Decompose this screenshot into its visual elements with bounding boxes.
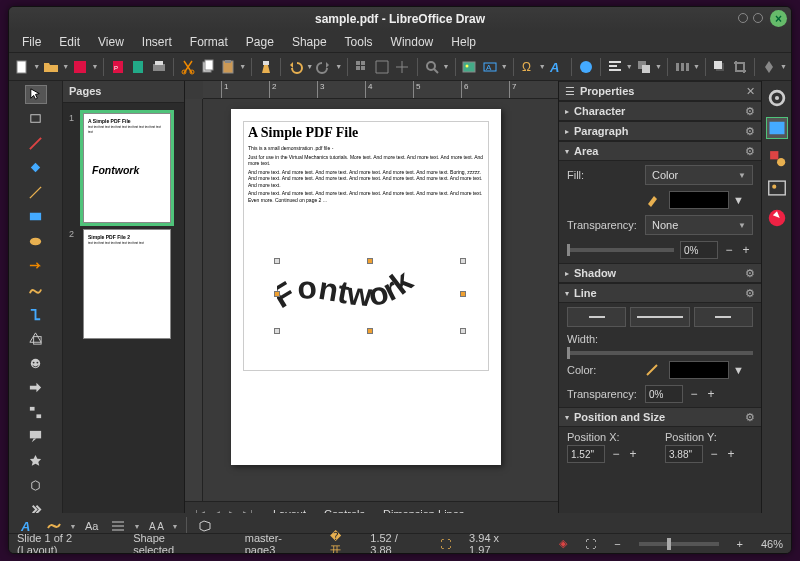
export-icon[interactable] [129, 56, 147, 78]
filter-icon[interactable] [760, 56, 778, 78]
menu-insert[interactable]: Insert [135, 33, 179, 51]
fill-color-swatch[interactable] [669, 191, 729, 209]
undo-icon[interactable] [286, 56, 304, 78]
line-end-combo[interactable] [694, 307, 753, 327]
clone-format-icon[interactable] [257, 56, 275, 78]
zoom-dropdown[interactable]: ▼ [443, 63, 450, 70]
cut-icon[interactable] [179, 56, 197, 78]
callout-icon[interactable] [25, 427, 47, 445]
minus-icon[interactable]: − [722, 243, 736, 257]
grid-icon[interactable] [353, 56, 371, 78]
gear-icon[interactable]: ⚙ [745, 145, 755, 158]
fontwork-shape-dropdown[interactable]: ▼ [69, 523, 77, 530]
fontwork-icon[interactable]: A [548, 56, 566, 78]
menu-view[interactable]: View [91, 33, 131, 51]
minus-icon[interactable]: − [687, 387, 701, 401]
open-dropdown[interactable]: ▼ [62, 63, 69, 70]
section-position-size[interactable]: ▾Position and Size⚙ [559, 407, 761, 427]
hyperlink-icon[interactable] [577, 56, 595, 78]
redo-dropdown[interactable]: ▼ [335, 63, 342, 70]
save-icon[interactable] [71, 56, 89, 78]
redo-icon[interactable] [315, 56, 333, 78]
textbox-icon[interactable]: A [481, 56, 499, 78]
line-color-icon[interactable] [25, 134, 47, 152]
flowchart-icon[interactable] [25, 403, 47, 421]
fill-color-picker-icon[interactable] [645, 193, 663, 207]
select-tool-icon[interactable] [25, 85, 47, 104]
snap-icon[interactable] [373, 56, 391, 78]
line-start-combo[interactable] [567, 307, 626, 327]
menu-file[interactable]: File [15, 33, 48, 51]
gear-icon[interactable]: ⚙ [745, 125, 755, 138]
curve-tool-icon[interactable] [25, 281, 47, 299]
menu-tools[interactable]: Tools [338, 33, 380, 51]
zoom-out-icon[interactable]: − [614, 538, 620, 550]
menu-window[interactable]: Window [384, 33, 441, 51]
gear-icon[interactable]: ⚙ [745, 105, 755, 118]
zoom-in-icon[interactable]: + [737, 538, 743, 550]
horizontal-ruler[interactable]: 1 2 3 4 5 6 7 [203, 81, 558, 99]
transparency-value[interactable] [680, 241, 718, 259]
maximize-button[interactable] [753, 13, 763, 23]
plus-icon[interactable]: + [739, 243, 753, 257]
align-dropdown[interactable]: ▼ [626, 63, 633, 70]
transparency-combo[interactable]: None▼ [645, 215, 753, 235]
vertical-ruler[interactable] [185, 99, 203, 501]
menu-shape[interactable]: Shape [285, 33, 334, 51]
3d-icon[interactable] [25, 476, 47, 494]
connector-tool-icon[interactable] [25, 305, 47, 323]
section-character[interactable]: ▸Character⚙ [559, 101, 761, 121]
plus-icon[interactable]: + [626, 447, 640, 461]
undo-dropdown[interactable]: ▼ [306, 63, 313, 70]
fontwork-spacing-dropdown[interactable]: ▼ [171, 523, 179, 530]
block-arrows-icon[interactable] [25, 378, 47, 396]
pages-list[interactable]: 1 A Simple PDF File text text text text … [63, 103, 184, 525]
image-icon[interactable] [460, 56, 478, 78]
line-tool-icon[interactable] [25, 183, 47, 201]
line-width-slider[interactable] [567, 351, 753, 355]
gear-icon[interactable]: ⚙ [745, 411, 755, 424]
pos-x-input[interactable] [567, 445, 605, 463]
crop-icon[interactable] [731, 56, 749, 78]
close-panel-icon[interactable]: ✕ [746, 85, 755, 98]
basic-shapes-icon[interactable] [25, 330, 47, 348]
rect-tool-icon[interactable] [25, 207, 47, 225]
sidebar-shapes-icon[interactable] [766, 147, 788, 169]
page-thumb-1[interactable]: 1 A Simple PDF File text text text text … [69, 113, 178, 223]
distribute-dropdown[interactable]: ▼ [693, 63, 700, 70]
paste-icon[interactable] [219, 56, 237, 78]
stars-icon[interactable] [25, 452, 47, 470]
guides-icon[interactable] [393, 56, 411, 78]
status-zoom[interactable]: 46% [761, 538, 783, 550]
save-dropdown[interactable]: ▼ [91, 63, 98, 70]
status-master[interactable]: master-page3 [245, 532, 313, 555]
minus-icon[interactable]: − [609, 447, 623, 461]
special-char-dropdown[interactable]: ▼ [539, 63, 546, 70]
fill-color-icon[interactable] [25, 159, 47, 177]
fill-color-dropdown[interactable]: ▼ [733, 194, 744, 206]
arrange-dropdown[interactable]: ▼ [655, 63, 662, 70]
fontwork-align-dropdown[interactable]: ▼ [133, 523, 141, 530]
page-thumb-2[interactable]: 2 Simple PDF File 2 text text text text … [69, 229, 178, 339]
copy-icon[interactable] [199, 56, 217, 78]
sidebar-gallery-icon[interactable] [766, 177, 788, 199]
page-view[interactable]: A Simple PDF File This is a small demons… [231, 109, 501, 465]
open-icon[interactable] [42, 56, 60, 78]
section-paragraph[interactable]: ▸Paragraph⚙ [559, 121, 761, 141]
transparency-slider[interactable]: −+ [567, 241, 753, 259]
distribute-icon[interactable] [673, 56, 691, 78]
special-char-icon[interactable]: Ω [519, 56, 537, 78]
plus-icon[interactable]: + [704, 387, 718, 401]
pos-y-input[interactable] [665, 445, 703, 463]
menu-format[interactable]: Format [183, 33, 235, 51]
line-color-dropdown[interactable]: ▼ [733, 364, 744, 376]
plus-icon[interactable]: + [724, 447, 738, 461]
save-indicator-icon[interactable]: ◈ [559, 537, 567, 550]
arrow-tool-icon[interactable] [25, 256, 47, 274]
new-dropdown[interactable]: ▼ [33, 63, 40, 70]
line-color-picker-icon[interactable] [645, 363, 663, 377]
section-line[interactable]: ▾Line⚙ [559, 283, 761, 303]
print-icon[interactable] [150, 56, 168, 78]
align-icon[interactable] [606, 56, 624, 78]
menu-edit[interactable]: Edit [52, 33, 87, 51]
